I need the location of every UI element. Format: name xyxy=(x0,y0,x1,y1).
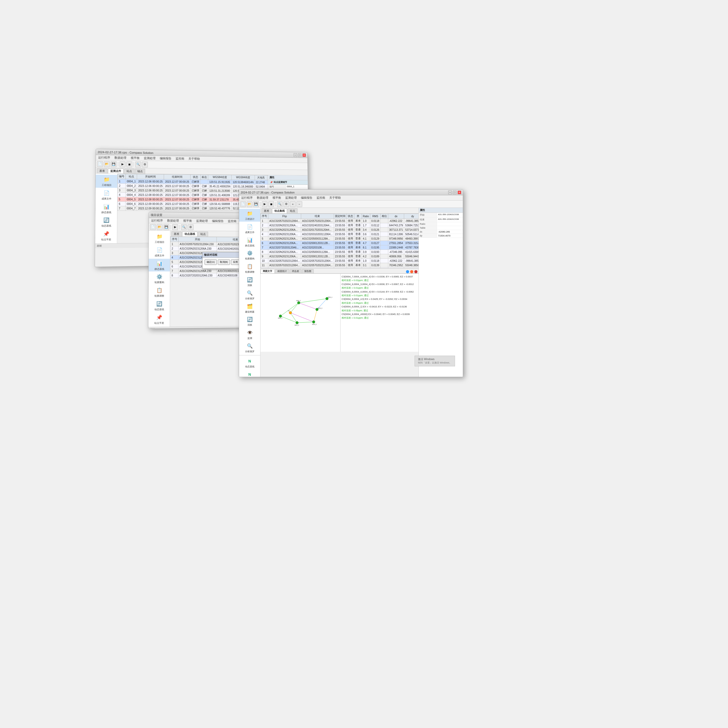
btab-closure[interactable]: 闭合差 xyxy=(290,269,301,273)
tab-station-2[interactable]: 站点 xyxy=(198,231,208,237)
sb3-analyze2[interactable]: 🔍 分析搜罗 xyxy=(239,341,260,354)
max-btn-3[interactable]: □ xyxy=(453,191,457,194)
sb3-results[interactable]: 📄 成果文件 xyxy=(239,222,260,235)
tab-station[interactable]: 站点 xyxy=(124,168,134,174)
sidebar-point[interactable]: 📌 站点平差 xyxy=(95,229,118,242)
btab-network[interactable]: 网图文字 xyxy=(260,269,275,273)
menu-balance-2[interactable]: 视平衡 xyxy=(182,219,193,223)
min-btn-3[interactable]: ─ xyxy=(448,191,452,194)
sb3-refresh[interactable]: 🔄 清换 xyxy=(239,275,260,288)
sb2-reconst[interactable]: ⚙️ 轮廓重构 xyxy=(148,272,170,285)
sb3-point[interactable]: N 站点平差 xyxy=(239,370,260,377)
menu-balance-3[interactable]: 视平衡 xyxy=(271,196,282,200)
tb-open-3[interactable]: 📂 xyxy=(247,201,252,207)
btab-accuracy[interactable]: 精度统计 xyxy=(275,269,289,273)
sb3-files[interactable]: 🗂️ 建设档案 xyxy=(239,302,260,315)
menu-balance[interactable]: 视平衡 xyxy=(130,156,141,161)
sb2-point[interactable]: 📌 站点平差 xyxy=(148,312,170,326)
menu-data-3[interactable]: 数据处理 xyxy=(256,196,269,200)
sb3-adjust[interactable]: 📋 轮廓调整 xyxy=(239,262,260,275)
menu-help-3[interactable]: 关于帮助 xyxy=(328,196,342,200)
sidebar-static[interactable]: 📊 静态基线 xyxy=(95,202,118,215)
tb-run-3[interactable]: ▶ xyxy=(262,201,268,207)
table-row[interactable]: 3 A31C020N20231206A... A31C020170203120A… xyxy=(261,228,419,232)
tab-base-3[interactable]: 基准 xyxy=(262,208,271,213)
tab-base[interactable]: 基准 xyxy=(97,168,107,173)
sb3-view[interactable]: 👁️ 监测 xyxy=(239,328,260,341)
menu-run[interactable]: 运行程序 xyxy=(97,155,111,160)
menu-control[interactable]: 监控南 xyxy=(175,156,185,161)
sb3-project[interactable]: 📁 工程设计 xyxy=(239,209,260,222)
btab-report[interactable]: 报告图 xyxy=(302,269,314,273)
tb-settings-2[interactable]: ⚙ xyxy=(188,224,193,230)
sb3-reconst[interactable]: ⚙️ 轮廓重构 xyxy=(239,248,260,261)
tb-stop[interactable]: ⏹ xyxy=(126,161,132,167)
menu-report-2[interactable]: 编辑报告 xyxy=(211,219,225,223)
menu-monitor-2[interactable]: 监测处理 xyxy=(195,219,209,223)
table-row[interactable]: 9 A31C020N20231206A... A31C020001203112B… xyxy=(261,254,419,258)
tb-save-3[interactable]: 💾 xyxy=(253,201,259,207)
upper-table-area[interactable]: 序号 Fhp 结束 固定时间 状态 类 Ratio RMS 相位 dx dy xyxy=(260,214,419,268)
tab-base-2[interactable]: 基准 xyxy=(171,231,182,236)
tb-run-2[interactable]: ▶ xyxy=(172,224,178,230)
close-btn-1[interactable]: ✕ xyxy=(303,153,306,157)
dialog-btn-apply[interactable]: 应用 xyxy=(231,260,240,265)
table-row[interactable]: 7 A31C020720203120A6... A31C020203108...… xyxy=(261,245,419,250)
sb2-project[interactable]: 📁 工程项目 xyxy=(148,232,170,245)
tb-open[interactable]: 📂 xyxy=(104,161,110,167)
sb3-dynamic[interactable]: N 动态基线 xyxy=(239,356,260,369)
menu-run-2[interactable]: 运行程序 xyxy=(150,218,164,223)
sb3-static[interactable]: 📊 静态基线 xyxy=(239,236,260,248)
sb3-refresh2[interactable]: 🔄 清换 xyxy=(239,315,260,327)
close-btn-3[interactable]: ✕ xyxy=(457,191,461,194)
sb2-dynamic[interactable]: 🔄 动态基线 xyxy=(148,299,170,312)
table-row[interactable]: 2 A31C020N20231206A... A31C020240203120A… xyxy=(261,223,419,228)
tab-anchor[interactable]: 锚点 xyxy=(135,169,145,174)
table-row[interactable]: 4 A31C020N20231206A... A31C0203102031120… xyxy=(261,232,419,237)
menu-control-3[interactable]: 监控南 xyxy=(315,196,326,200)
tb-settings-3[interactable]: ⚙ xyxy=(283,201,289,207)
tab-dynamic-3[interactable]: 动点集线 xyxy=(272,208,287,213)
menu-data-2[interactable]: 数据处理 xyxy=(166,219,180,223)
tb-run[interactable]: ▶ xyxy=(120,161,126,167)
tb-save[interactable]: 💾 xyxy=(110,161,116,167)
tb-minus-3[interactable]: − xyxy=(297,201,302,207)
tb-search-2[interactable]: 🔍 xyxy=(181,224,187,230)
sidebar-project[interactable]: 📁 工程项目 xyxy=(95,175,118,188)
tab-dynamic-2[interactable]: 动点基线 xyxy=(182,231,197,236)
menu-monitor[interactable]: 监测处理 xyxy=(143,156,157,161)
table-row[interactable]: 5 A31C020N20231206A... A31C020500031128A… xyxy=(261,237,419,241)
table-row[interactable]: 1 A31C020570202312064... A31C02057020231… xyxy=(261,219,419,223)
max-btn-1[interactable]: □ xyxy=(298,153,301,157)
menu-help[interactable]: 关于帮助 xyxy=(188,156,201,161)
dialog-btn-ok[interactable]: 确定(A) xyxy=(205,260,217,265)
table-row[interactable]: 8 A31C020N20231206A... A31C020500031128A… xyxy=(261,250,419,254)
tb-new-3[interactable]: 📄 xyxy=(240,201,246,207)
tab-monitor[interactable]: 监测点件 xyxy=(108,168,124,174)
sb3-analyze[interactable]: 🔍 分析搜罗 xyxy=(239,288,260,301)
tb-zoom-3[interactable]: 🔍 xyxy=(277,201,283,207)
sb2-static[interactable]: 📊 静态基线 xyxy=(148,258,170,272)
tab-station-3[interactable]: 站点 xyxy=(288,208,298,213)
tb-save-2[interactable]: 💾 xyxy=(164,224,170,230)
sb2-results[interactable]: 📄 成果文件 xyxy=(148,245,170,258)
menu-report-3[interactable]: 编辑报告 xyxy=(300,196,314,200)
sidebar-dynamic[interactable]: 🔄 动态基线 xyxy=(95,216,118,229)
menu-data[interactable]: 数据处理 xyxy=(113,155,127,160)
sidebar-results[interactable]: 📄 成果文件 xyxy=(95,188,118,201)
tb-open-2[interactable]: 📂 xyxy=(157,224,163,230)
sb2-adjust[interactable]: 📋 轮廓调整 xyxy=(148,286,170,298)
table-row[interactable]: 11 A31C020570202312064... A31C0205702023… xyxy=(261,263,419,268)
menu-report[interactable]: 编辑报告 xyxy=(159,156,173,161)
table-row[interactable]: 10 A31C020570202312064... A31C0205702023… xyxy=(261,258,419,263)
menu-control-2[interactable]: 监控南 xyxy=(227,219,237,223)
table-row[interactable]: 6 A31C020N20231206A... A31C020001203112B… xyxy=(261,241,419,245)
tb-new-2[interactable]: 📄 xyxy=(150,224,156,230)
min-btn-1[interactable]: ─ xyxy=(294,153,297,157)
tb-stop-3[interactable]: ⏹ xyxy=(268,201,274,207)
tb-settings[interactable]: ⚙ xyxy=(142,161,148,167)
dialog-btn-cancel[interactable]: 取消(B) xyxy=(218,260,230,265)
menu-run-3[interactable]: 运行程序 xyxy=(240,196,254,200)
tb-new[interactable]: 📄 xyxy=(97,161,103,167)
tb-zoom[interactable]: 🔍 xyxy=(135,161,141,167)
